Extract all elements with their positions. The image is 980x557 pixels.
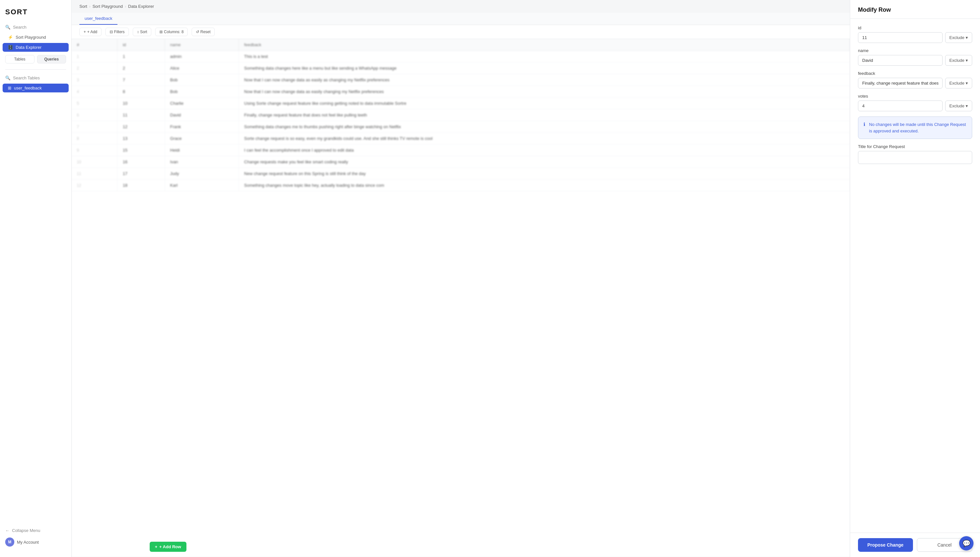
- collapse-menu-button[interactable]: ← Collapse Menu: [5, 526, 66, 535]
- search-button[interactable]: 🔍 Search: [0, 23, 71, 31]
- row-num: 9: [72, 145, 117, 156]
- field-group-id: id Exclude ▾: [858, 25, 972, 43]
- field-label-change-title: Title for Change Request: [858, 144, 972, 149]
- table-row[interactable]: 4 8 Bob Now that I can now change data a…: [72, 86, 850, 98]
- sidebar-table-label: user_feedback: [14, 86, 42, 90]
- col-feedback: feedback: [239, 39, 850, 51]
- cell-id: 13: [117, 133, 165, 145]
- table-row[interactable]: 8 13 Grace Sorte change request is so ea…: [72, 133, 850, 145]
- change-title-input[interactable]: [858, 151, 972, 164]
- row-num: 6: [72, 109, 117, 121]
- table-row[interactable]: 12 18 Karl Something changes move topic …: [72, 179, 850, 191]
- sort-button[interactable]: ↕ Sort: [133, 28, 151, 36]
- cell-feedback: Finally, change request feature that doe…: [239, 109, 850, 121]
- table-row[interactable]: 9 15 Heidi I can feel the accomplishment…: [72, 145, 850, 156]
- cell-id: 8: [117, 86, 165, 98]
- add-row-label: + Add Row: [160, 544, 181, 549]
- add-button[interactable]: + + Add: [80, 28, 101, 36]
- table-icon: ⊞: [8, 86, 11, 90]
- row-num: 11: [72, 168, 117, 179]
- table-row[interactable]: 5 10 Charlie Using Sorte change request …: [72, 98, 850, 109]
- sidebar-item-user-feedback[interactable]: ⊞ user_feedback: [3, 84, 68, 93]
- field-input-feedback[interactable]: [858, 78, 943, 88]
- data-explorer-icon: 🗄️: [8, 45, 13, 50]
- breadcrumb-sep-1: ›: [125, 4, 126, 9]
- cell-feedback: New change request feature on this Sprin…: [239, 168, 850, 179]
- account-button[interactable]: M My Account: [5, 535, 66, 549]
- filters-label: ⊟ Filters: [110, 29, 125, 34]
- add-row-button[interactable]: + + Add Row: [150, 542, 186, 552]
- search-tables-label: Search Tables: [13, 75, 40, 80]
- propose-change-button[interactable]: Propose Change: [858, 538, 913, 552]
- cell-id: 18: [117, 179, 165, 191]
- cell-id: 15: [117, 145, 165, 156]
- search-tables-icon: 🔍: [5, 75, 10, 80]
- tab-bar: user_feedback: [72, 13, 850, 25]
- info-icon: ℹ: [863, 122, 865, 127]
- breadcrumb-sep-0: ›: [89, 4, 90, 9]
- field-label-votes: votes: [858, 94, 972, 99]
- cell-feedback: Something data changes here like a menu …: [239, 62, 850, 74]
- sidebar-item-label: Sort Playground: [16, 35, 46, 40]
- table-row[interactable]: 1 1 admin This is a test: [72, 51, 850, 62]
- row-num: 12: [72, 179, 117, 191]
- exclude-button-id[interactable]: Exclude ▾: [945, 32, 972, 43]
- cell-feedback: Using Sorte change request feature like …: [239, 98, 850, 109]
- search-label: Search: [13, 25, 26, 29]
- columns-label: ⊞ Columns: 8: [160, 29, 184, 34]
- table-row[interactable]: 10 16 Ivan Change requests make you feel…: [72, 156, 850, 168]
- reset-button[interactable]: ↺ Reset: [192, 28, 215, 36]
- exclude-button-votes[interactable]: Exclude ▾: [945, 101, 972, 111]
- sidebar-item-sort-playground[interactable]: ⚡ Sort Playground: [3, 33, 68, 42]
- col-name: name: [164, 39, 239, 51]
- cell-id: 16: [117, 156, 165, 168]
- queries-tab-button[interactable]: Queries: [37, 55, 67, 64]
- data-table-container: # id name feedback 1 1 admin This is a t…: [72, 39, 850, 557]
- table-row[interactable]: 7 12 Frank Something data changes me to …: [72, 121, 850, 133]
- exclude-button-name[interactable]: Exclude ▾: [945, 55, 972, 66]
- filters-button[interactable]: ⊟ Filters: [106, 28, 129, 36]
- row-num: 2: [72, 62, 117, 74]
- panel-title: Modify Row: [850, 0, 980, 19]
- sidebar: SORT 🔍 Search ⚡ Sort Playground 🗄️ Data …: [0, 0, 72, 557]
- sort-playground-icon: ⚡: [8, 35, 13, 40]
- sidebar-bottom: ← Collapse Menu M My Account: [0, 523, 71, 552]
- cell-id: 12: [117, 121, 165, 133]
- field-group-feedback: feedback Exclude ▾: [858, 71, 972, 88]
- cell-name: Bob: [164, 74, 239, 86]
- cell-feedback: Something data changes me to thumbs push…: [239, 121, 850, 133]
- row-num: 3: [72, 74, 117, 86]
- chat-button[interactable]: 💬: [959, 536, 973, 550]
- sidebar-item-label: Data Explorer: [16, 45, 41, 50]
- columns-button[interactable]: ⊞ Columns: 8: [155, 28, 188, 36]
- tables-tab-button[interactable]: Tables: [5, 55, 34, 64]
- account-label: My Account: [17, 540, 39, 545]
- cell-name: Ivan: [164, 156, 239, 168]
- table-row[interactable]: 2 2 Alice Something data changes here li…: [72, 62, 850, 74]
- sidebar-item-data-explorer[interactable]: 🗄️ Data Explorer: [3, 43, 68, 52]
- cell-feedback: Change requests make you feel like smart…: [239, 156, 850, 168]
- exclude-label-name: Exclude: [949, 58, 964, 63]
- data-table: # id name feedback 1 1 admin This is a t…: [72, 39, 850, 191]
- cell-name: Heidi: [164, 145, 239, 156]
- cell-name: Judy: [164, 168, 239, 179]
- row-num: 5: [72, 98, 117, 109]
- exclude-button-feedback[interactable]: Exclude ▾: [945, 78, 972, 88]
- cell-id: 1: [117, 51, 165, 62]
- table-row[interactable]: 11 17 Judy New change request feature on…: [72, 168, 850, 179]
- field-label-id: id: [858, 25, 972, 30]
- table-header-row: # id name feedback: [72, 39, 850, 51]
- sidebar-divider: [5, 69, 66, 70]
- cell-name: Charlie: [164, 98, 239, 109]
- field-input-votes[interactable]: [858, 101, 943, 111]
- cell-name: Alice: [164, 62, 239, 74]
- field-input-name[interactable]: [858, 55, 943, 66]
- exclude-chevron-icon-name: ▾: [966, 58, 968, 63]
- table-row[interactable]: 6 11 David Finally, change request featu…: [72, 109, 850, 121]
- row-num: 1: [72, 51, 117, 62]
- tab-user-feedback[interactable]: user_feedback: [80, 13, 117, 25]
- search-tables-button[interactable]: 🔍 Search Tables: [0, 73, 71, 82]
- toolbar: + + Add ⊟ Filters ↕ Sort ⊞ Columns: 8 ↺ …: [72, 25, 850, 39]
- field-input-id[interactable]: [858, 32, 943, 43]
- table-row[interactable]: 3 7 Bob Now that I can now change data a…: [72, 74, 850, 86]
